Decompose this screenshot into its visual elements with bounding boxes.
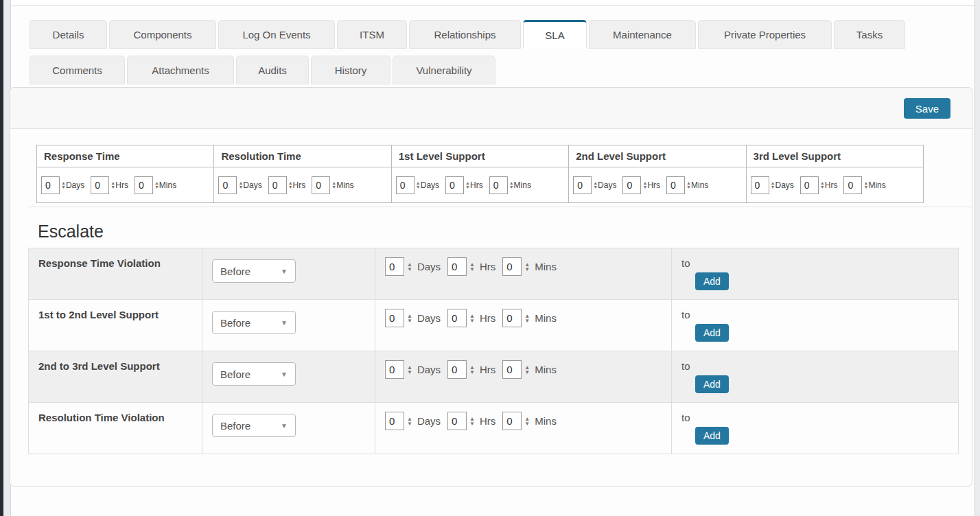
2nd-to-3rd-level-support-days-input[interactable] <box>385 360 404 379</box>
spinner-arrows-icon[interactable]: ▲▼ <box>331 181 336 189</box>
spinner-arrows-icon[interactable]: ▲▼ <box>524 314 530 323</box>
tab-components[interactable]: Components <box>109 20 216 49</box>
resolution-time-violation-mins-unit-label: Mins <box>535 415 557 427</box>
2nd-level-support-days-input[interactable] <box>573 176 592 194</box>
resolution-time-hrs-unit-label: Hrs <box>293 180 306 190</box>
response-time-hrs-spinner: ▲▼Hrs <box>91 176 135 194</box>
3rd-level-support-mins-input[interactable] <box>843 176 862 194</box>
spinner-arrows-icon[interactable]: ▲▼ <box>407 262 412 272</box>
2nd-level-support-mins-input[interactable] <box>666 176 685 194</box>
spinner-arrows-icon[interactable]: ▲▼ <box>509 181 514 189</box>
3rd-level-support-hrs-unit-label: Hrs <box>825 180 838 190</box>
1st-level-support-days-spinner: ▲▼Days <box>396 176 445 194</box>
save-button[interactable]: Save <box>904 98 950 119</box>
chevron-down-icon: ▼ <box>281 319 288 327</box>
response-time-violation-days-input[interactable] <box>385 257 404 276</box>
spinner-arrows-icon[interactable]: ▲▼ <box>238 181 243 189</box>
response-time-violation-condition-select[interactable]: Before▼ <box>212 259 296 283</box>
2nd-to-3rd-level-support-mins-input[interactable] <box>502 360 522 379</box>
spinner-arrows-icon[interactable]: ▲▼ <box>863 181 868 189</box>
tab-tasks[interactable]: Tasks <box>834 20 905 49</box>
resolution-time-hrs-input[interactable] <box>268 176 287 194</box>
spinner-arrows-icon[interactable]: ▲▼ <box>469 365 475 375</box>
1st-level-support-days-input[interactable] <box>396 176 415 194</box>
spinner-arrows-icon[interactable]: ▲▼ <box>288 181 293 189</box>
tab-private-properties[interactable]: Private Properties <box>698 20 832 49</box>
tab-comments[interactable]: Comments <box>30 56 125 84</box>
spinner-arrows-icon[interactable]: ▲▼ <box>465 181 470 189</box>
2nd-to-3rd-level-support-condition-select[interactable]: Before▼ <box>212 362 296 386</box>
tab-itsm[interactable]: ITSM <box>337 20 407 49</box>
spinner-arrows-icon[interactable]: ▲▼ <box>407 314 412 323</box>
spinner-arrows-icon[interactable]: ▲▼ <box>469 417 475 426</box>
resolution-time-violation-hrs-input[interactable] <box>447 412 467 430</box>
resolution-time-violation-days-input[interactable] <box>385 412 404 430</box>
1st-level-support-mins-input[interactable] <box>489 176 508 194</box>
spinner-arrows-icon[interactable]: ▲▼ <box>469 262 475 272</box>
spinner-arrows-icon[interactable]: ▲▼ <box>110 181 115 189</box>
1st-to-2nd-level-support-mins-input[interactable] <box>502 309 522 327</box>
escalate-heading: Escalate <box>38 222 957 242</box>
2nd-level-support-mins-unit-label: Mins <box>691 180 708 190</box>
escalate-row-resolution-time-violation: Resolution Time ViolationBefore▼▲▼Days▲▼… <box>29 403 959 454</box>
2nd-to-3rd-level-support-add-button[interactable]: Add <box>695 375 729 393</box>
response-time-violation-mins-unit-label: Mins <box>535 261 557 272</box>
tab-details[interactable]: Details <box>30 20 107 49</box>
1st-level-support-hrs-input[interactable] <box>445 176 464 194</box>
spinner-arrows-icon[interactable]: ▲▼ <box>820 181 825 189</box>
response-time-days-input[interactable] <box>41 176 60 194</box>
spinner-arrows-icon[interactable]: ▲▼ <box>524 417 530 426</box>
tab-label: Attachments <box>152 64 209 76</box>
3rd-level-support-hrs-input[interactable] <box>800 176 819 194</box>
2nd-to-3rd-level-support-days-unit-label: Days <box>417 364 441 375</box>
2nd-to-3rd-level-support-hrs-input[interactable] <box>447 360 467 379</box>
tab-log-on-events[interactable]: Log On Events <box>218 20 335 49</box>
spinner-arrows-icon[interactable]: ▲▼ <box>407 417 412 426</box>
tab-vulnerability[interactable]: Vulnerability <box>393 56 495 84</box>
escalate-label-cell: 2nd to 3rd Level Support <box>29 351 202 403</box>
resolution-time-violation-add-button[interactable]: Add <box>695 427 729 445</box>
response-time-violation-mins-input[interactable] <box>502 257 522 276</box>
response-time-mins-input[interactable] <box>135 176 153 194</box>
resolution-time-violation-hrs-spinner: ▲▼Hrs <box>447 412 502 430</box>
2nd-level-support-hrs-input[interactable] <box>622 176 641 194</box>
tab-maintenance[interactable]: Maintenance <box>589 20 696 49</box>
spinner-arrows-icon[interactable]: ▲▼ <box>686 181 691 189</box>
spinner-arrows-icon[interactable]: ▲▼ <box>524 262 530 272</box>
tab-audits[interactable]: Audits <box>236 56 309 84</box>
page: DetailsComponentsLog On EventsITSMRelati… <box>12 5 975 516</box>
resolution-time-mins-input[interactable] <box>312 176 330 194</box>
spinner-arrows-icon[interactable]: ▲▼ <box>642 181 647 189</box>
response-time-hrs-input[interactable] <box>91 176 109 194</box>
3rd-level-support-days-input[interactable] <box>751 176 769 194</box>
sla-cell-resolution-time: ▲▼Days▲▼Hrs▲▼Mins <box>214 167 391 203</box>
response-time-violation-hrs-input[interactable] <box>447 257 467 276</box>
spinner-arrows-icon[interactable]: ▲▼ <box>524 365 530 375</box>
2nd-to-3rd-level-support-mins-spinner: ▲▼Mins <box>502 360 563 379</box>
sla-column-header-2nd-level-support: 2nd Level Support <box>569 145 746 167</box>
spinner-arrows-icon[interactable]: ▲▼ <box>771 181 775 189</box>
tab-sla[interactable]: SLA <box>523 20 587 49</box>
1st-to-2nd-level-support-days-input[interactable] <box>385 309 404 327</box>
resolution-time-violation-mins-input[interactable] <box>502 412 522 430</box>
resolution-time-violation-condition-select[interactable]: Before▼ <box>212 414 296 437</box>
resolution-time-days-input[interactable] <box>218 176 237 194</box>
2nd-to-3rd-level-support-hrs-spinner: ▲▼Hrs <box>447 360 502 379</box>
spinner-arrows-icon[interactable]: ▲▼ <box>407 365 412 375</box>
spinner-arrows-icon[interactable]: ▲▼ <box>416 181 421 189</box>
spinner-arrows-icon[interactable]: ▲▼ <box>61 181 66 189</box>
tab-history[interactable]: History <box>311 56 390 84</box>
spinner-arrows-icon[interactable]: ▲▼ <box>593 181 598 189</box>
1st-to-2nd-level-support-add-button[interactable]: Add <box>695 324 729 342</box>
escalate-table: Response Time ViolationBefore▼▲▼Days▲▼Hr… <box>28 248 959 454</box>
spinner-arrows-icon[interactable]: ▲▼ <box>469 314 475 323</box>
tab-label: Audits <box>258 64 287 76</box>
tab-relationships[interactable]: Relationships <box>409 20 521 49</box>
1st-to-2nd-level-support-condition-select[interactable]: Before▼ <box>212 311 296 334</box>
response-time-violation-add-button[interactable]: Add <box>695 272 729 290</box>
spinner-arrows-icon[interactable]: ▲▼ <box>154 181 159 189</box>
escalate-row-response-time-violation: Response Time ViolationBefore▼▲▼Days▲▼Hr… <box>29 248 959 300</box>
1st-to-2nd-level-support-hrs-input[interactable] <box>447 309 467 327</box>
2nd-level-support-hrs-spinner: ▲▼Hrs <box>622 176 666 194</box>
tab-attachments[interactable]: Attachments <box>127 56 234 84</box>
